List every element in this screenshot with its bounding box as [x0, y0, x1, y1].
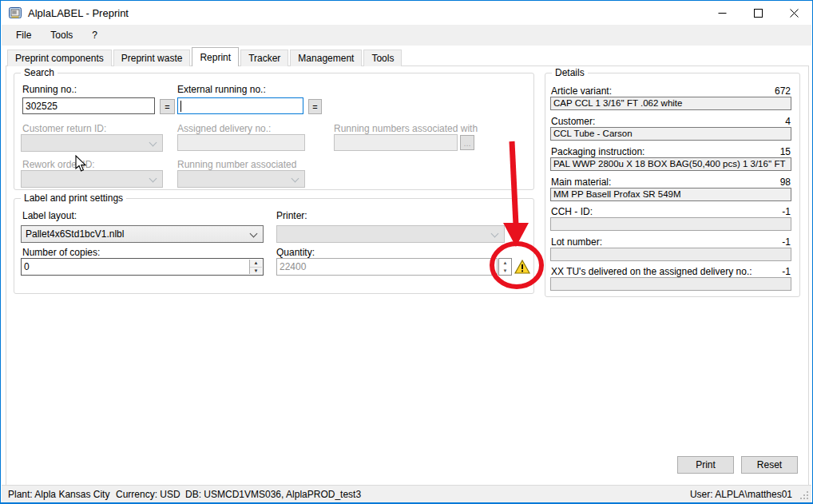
- status-user: User: ALPLA\matthes01: [690, 489, 792, 500]
- printer-select: [276, 225, 505, 243]
- details-number: 15: [780, 146, 791, 157]
- minimize-icon: [718, 9, 727, 18]
- running-no-label: Running no.:: [22, 84, 77, 95]
- number-of-copies-spin-buttons[interactable]: ▲ ▼: [249, 260, 262, 274]
- search-group: Search Running no.: = External running n…: [14, 73, 534, 190]
- details-group: Details Article variant: 672 CAP CCL 1 3…: [545, 73, 800, 297]
- details-label: Article variant:: [551, 85, 612, 97]
- external-running-no-equals-button[interactable]: =: [308, 99, 322, 114]
- details-row-article-variant: Article variant: 672 CAP CCL 1 3/16'' FT…: [550, 85, 791, 114]
- number-of-copies-stepper[interactable]: 0 ▲ ▼: [21, 258, 264, 276]
- details-label: XX TU's delivered on the assigned delive…: [551, 266, 752, 277]
- app-window: AlplaLABEL - Preprint File Tools ? Prepr…: [0, 0, 813, 504]
- rework-order-id-label: Rework order ID:: [22, 159, 95, 170]
- search-group-title: Search: [21, 67, 58, 78]
- tab-reprint[interactable]: Reprint: [192, 47, 239, 66]
- details-row-packaging-instruction: Packaging instruction: 15 PAL WWP 2800u …: [550, 146, 791, 175]
- maximize-icon: [754, 9, 763, 18]
- details-label: Packaging instruction:: [551, 146, 644, 157]
- number-of-copies-value: 0: [24, 261, 30, 272]
- quantity-stepper[interactable]: ▲ ▼: [498, 258, 512, 276]
- chevron-down-icon: [250, 230, 258, 238]
- running-no-input[interactable]: [22, 97, 155, 114]
- status-plant: Plant: Alpla Kansas City: [8, 489, 109, 500]
- assigned-delivery-no-input: [177, 134, 305, 151]
- details-value: CCL Tube - Carson: [550, 127, 791, 141]
- details-value: CAP CCL 1 3/16'' FT .062 white: [550, 97, 791, 110]
- app-icon: [9, 6, 22, 19]
- running-numbers-associated-with-input: [334, 134, 458, 151]
- details-number: 98: [780, 177, 791, 188]
- quantity-label: Quantity:: [276, 247, 315, 258]
- menu-help[interactable]: ?: [82, 26, 107, 44]
- warning-icon: [514, 260, 530, 274]
- details-value: PAL WWP 2800u X 18 BOX BAG(50,400 pcs) 1…: [550, 157, 791, 171]
- details-label: Customer:: [551, 116, 595, 127]
- details-label: Main material:: [551, 177, 611, 188]
- customer-return-id-label: Customer return ID:: [22, 123, 106, 134]
- text-caret: [180, 101, 181, 112]
- customer-return-id-select: [21, 134, 163, 152]
- details-row-main-material: Main material: 98 MM PP Basell Profax SR…: [550, 177, 791, 205]
- details-number: -1: [782, 266, 791, 277]
- external-running-no-label: External running no.:: [177, 84, 266, 95]
- status-bar: Plant: Alpla Kansas City Currency: USD D…: [2, 485, 811, 502]
- chevron-down-icon: [291, 175, 299, 183]
- details-label: CCH - ID:: [551, 206, 593, 217]
- tab-tracker[interactable]: Tracker: [240, 50, 288, 66]
- spin-up-icon[interactable]: ▲: [250, 260, 262, 268]
- tab-tools[interactable]: Tools: [363, 50, 402, 66]
- details-label: Lot number:: [551, 236, 602, 248]
- details-row-xx-tus-delivered: XX TU's delivered on the assigned delive…: [550, 266, 791, 295]
- details-number: 672: [775, 85, 791, 97]
- menu-tools[interactable]: Tools: [41, 26, 82, 44]
- details-value: [550, 248, 791, 261]
- details-row-cch-id: CCH - ID: -1: [550, 206, 791, 235]
- label-layout-label: Label layout:: [22, 210, 77, 221]
- title-bar: AlplaLABEL - Preprint: [1, 1, 812, 25]
- chevron-down-icon: [491, 230, 499, 238]
- details-value: [550, 277, 791, 291]
- close-icon: [790, 9, 799, 18]
- printer-label: Printer:: [276, 210, 307, 221]
- resize-grip-icon[interactable]: [799, 490, 809, 500]
- running-no-equals-button[interactable]: =: [160, 99, 175, 114]
- status-db: DB: USMCD1VMS036, AlplaPROD_test3: [185, 489, 361, 500]
- label-print-settings-group: Label and print settings Label layout: P…: [14, 198, 534, 294]
- details-value: MM PP Basell Profax SR 549M: [550, 188, 791, 201]
- number-of-copies-label: Number of copies:: [22, 247, 100, 258]
- minimize-button[interactable]: [704, 1, 740, 25]
- chevron-down-icon: [149, 175, 157, 183]
- details-row-lot-number: Lot number: -1: [550, 236, 791, 265]
- reset-button[interactable]: Reset: [741, 456, 798, 474]
- tab-preprint-waste[interactable]: Preprint waste: [113, 50, 191, 66]
- quantity-input: [276, 258, 498, 276]
- tab-strip: Preprint components Preprint waste Repri…: [7, 47, 403, 66]
- close-button[interactable]: [776, 1, 812, 25]
- details-number: -1: [782, 206, 791, 217]
- spin-down-icon[interactable]: ▼: [499, 267, 511, 275]
- maximize-button[interactable]: [740, 1, 776, 25]
- details-group-title: Details: [552, 67, 588, 78]
- label-print-settings-title: Label and print settings: [21, 192, 126, 204]
- rework-order-id-select: [21, 170, 163, 188]
- menu-bar: File Tools ?: [2, 25, 811, 46]
- details-value: [550, 217, 791, 231]
- menu-file[interactable]: File: [6, 26, 41, 44]
- spin-up-icon[interactable]: ▲: [499, 259, 511, 267]
- chevron-down-icon: [149, 139, 157, 147]
- window-title: AlplaLABEL - Preprint: [28, 7, 129, 19]
- label-layout-value: Pallet4x6Std1bcV1.nlbl: [26, 228, 124, 240]
- tab-preprint-components[interactable]: Preprint components: [7, 50, 112, 66]
- label-layout-select[interactable]: Pallet4x6Std1bcV1.nlbl: [21, 225, 264, 243]
- running-number-associated-label: Running number associated: [177, 159, 296, 170]
- external-running-no-input[interactable]: [177, 97, 303, 114]
- running-number-associated-select: [177, 170, 305, 188]
- print-button[interactable]: Print: [677, 456, 734, 474]
- details-number: -1: [782, 236, 791, 248]
- details-row-customer: Customer: 4 CCL Tube - Carson: [550, 116, 791, 145]
- assigned-delivery-no-label: Assigned delivery no.:: [177, 123, 271, 134]
- tab-management[interactable]: Management: [290, 50, 362, 66]
- spin-down-icon[interactable]: ▼: [250, 268, 262, 275]
- running-numbers-browse-button: ...: [460, 135, 474, 150]
